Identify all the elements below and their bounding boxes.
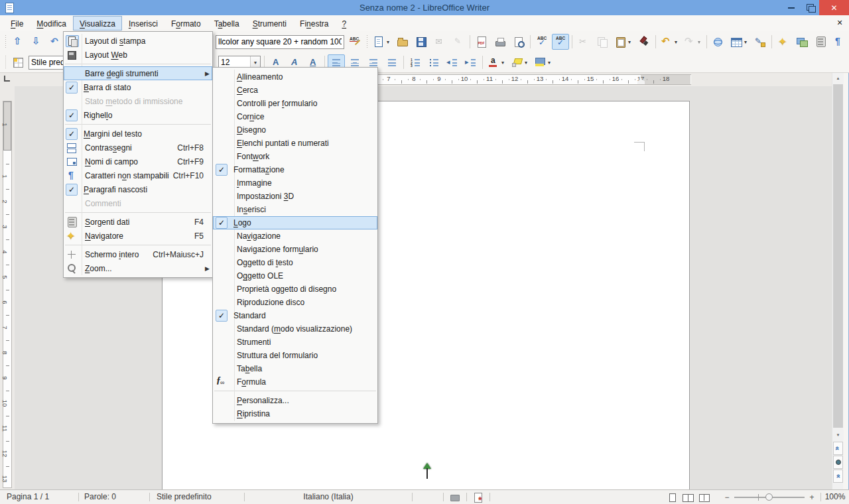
menu-item-navigazione[interactable]: Navigazione — [213, 229, 377, 243]
titlebar[interactable]: Senza nome 2 - LibreOffice Writer ✕ — [0, 0, 849, 15]
book-view-icon[interactable] — [698, 491, 710, 503]
gallery-button[interactable] — [793, 34, 811, 50]
clone-formatting-button[interactable] — [635, 34, 653, 50]
menu-item-caratteri-non-stampabili[interactable]: Caratteri non stampabiliCtrl+F10 — [64, 168, 212, 182]
menu-item-oggetto-di-testo[interactable]: Oggetto di testo — [213, 256, 377, 269]
menu-item-inserisci[interactable]: Inserisci — [213, 203, 377, 216]
menubar-item-modifica[interactable]: Modifica — [30, 16, 73, 31]
decrease-indent-button[interactable] — [444, 54, 461, 70]
font-size-combo-input[interactable] — [219, 57, 250, 68]
save-button[interactable] — [413, 34, 430, 50]
dropdown-arrow-icon[interactable]: ▾ — [696, 39, 702, 45]
menu-item-cornice[interactable]: Cornice — [213, 110, 377, 123]
highlighting-button[interactable]: ▾ — [509, 54, 531, 70]
tab-stop-selector-icon[interactable] — [4, 76, 10, 82]
close-button[interactable]: ✕ — [819, 0, 849, 15]
draw-functions-button[interactable] — [751, 34, 769, 50]
status-page-number[interactable]: Pagina 1 / 1 — [0, 490, 78, 504]
paragraph-background-button[interactable]: ▾ — [532, 54, 554, 70]
status-word-count[interactable]: Parole: 0 — [79, 490, 149, 504]
vertical-scrollbar[interactable]: ▲▼«» — [832, 73, 843, 489]
dropdown-arrow-icon[interactable]: ▾ — [743, 39, 748, 45]
menu-item-struttura-del-formulario[interactable]: Struttura del formulario — [213, 349, 377, 362]
menubar-item-help[interactable]: ? — [335, 16, 353, 31]
dropdown-arrow-icon[interactable]: ▾ — [500, 60, 505, 66]
spelling-button[interactable] — [533, 34, 551, 50]
menu-item-elenchi-puntati-e-numerati[interactable]: Elenchi puntati e numerati — [213, 137, 377, 150]
next-page-icon[interactable]: » — [833, 470, 843, 483]
paste-button[interactable]: ▾ — [612, 34, 634, 50]
justify-button[interactable] — [383, 54, 401, 70]
menu-item-contrassegni[interactable]: ContrassegniCtrl+F8 — [64, 141, 212, 155]
menu-item-barra-di-stato[interactable]: ✓Barra di stato — [64, 80, 212, 94]
restore-button[interactable] — [801, 0, 819, 15]
menu-item-schermo-intero[interactable]: Schermo interoCtrl+Maiusc+J — [64, 247, 212, 261]
navigator-button[interactable] — [775, 34, 792, 50]
menu-item-formula[interactable]: Formula — [213, 375, 377, 389]
menu-item-personalizza[interactable]: Personalizza... — [213, 394, 377, 407]
menu-item-allineamento[interactable]: Allineamento — [213, 70, 377, 84]
increase-indent-button[interactable] — [462, 54, 480, 70]
vertical-ruler[interactable]: 112345678910111213 — [0, 73, 15, 489]
undo-button[interactable]: ▾ — [659, 34, 681, 50]
menu-item-impostazioni-3d[interactable]: Impostazioni 3D — [213, 190, 377, 203]
data-sources-button[interactable] — [812, 34, 829, 50]
previous-page-icon[interactable]: « — [833, 442, 843, 455]
scroll-up-icon[interactable]: ▲ — [832, 73, 844, 84]
command-input-input[interactable] — [216, 36, 344, 48]
menu-item-tabella[interactable]: Tabella — [213, 362, 377, 375]
dropdown-arrow-icon[interactable]: ▾ — [385, 39, 391, 45]
zoom-in-button[interactable]: + — [807, 493, 816, 502]
menu-item-oggetto-ole[interactable]: Oggetto OLE — [213, 269, 377, 283]
open-button[interactable] — [394, 34, 411, 50]
menubar-item-inserisci[interactable]: Inserisci — [122, 16, 164, 31]
menubar-item-file[interactable]: File — [4, 16, 30, 31]
numbered-list-button[interactable] — [407, 54, 424, 70]
menu-item-disegno[interactable]: Disegno — [213, 123, 377, 137]
menu-item-immagine[interactable]: Immagine — [213, 176, 377, 190]
status-language[interactable]: Italiano (Italia) — [245, 490, 412, 504]
menu-item-propriet-oggetto-di-disegno[interactable]: Proprietà oggetto di disegno — [213, 283, 377, 296]
print-preview-button[interactable] — [510, 34, 527, 50]
command-input[interactable] — [216, 35, 344, 49]
zoom-level[interactable]: 100% — [821, 490, 849, 504]
status-page-style[interactable]: Stile predefinito — [150, 490, 244, 504]
menu-item-formattazione[interactable]: ✓Formattazione — [213, 163, 377, 176]
menu-item-layout-web[interactable]: Layout Web — [64, 48, 212, 62]
scrollbar-thumb[interactable] — [833, 84, 843, 428]
dropdown-arrow-icon[interactable]: ▾ — [523, 60, 529, 66]
font-color-button[interactable]: ▾ — [486, 54, 507, 70]
move-down-button[interactable] — [28, 34, 45, 50]
menu-item-barre-degli-strumenti[interactable]: Barre degli strumenti▶ — [64, 66, 212, 80]
export-pdf-button[interactable] — [473, 34, 490, 50]
document-modified-icon[interactable] — [472, 491, 484, 503]
menu-item-righello[interactable]: ✓Righello — [64, 108, 212, 122]
menu-item-sorgenti-dati[interactable]: Sorgenti datiF4 — [64, 215, 212, 229]
menubar-item-finestra[interactable]: Finestra — [293, 16, 335, 31]
menu-item-controlli-per-formulario[interactable]: Controlli per formulario — [213, 97, 377, 110]
autocorrect-button[interactable] — [346, 34, 363, 50]
autospellcheck-button[interactable] — [552, 34, 569, 50]
menu-item-nomi-di-campo[interactable]: Nomi di campoCtrl+F9 — [64, 155, 212, 168]
menu-item-zoom[interactable]: Zoom...▶ — [64, 261, 212, 275]
single-page-view-icon[interactable] — [666, 491, 678, 503]
menu-item-standard-modo-visualizzazione[interactable]: Standard (modo visualizzazione) — [213, 322, 377, 336]
menu-item-riproduzione-disco[interactable]: Riproduzione disco — [213, 296, 377, 309]
multi-page-view-icon[interactable] — [682, 491, 694, 503]
menu-item-ripristina[interactable]: Ripristina — [213, 407, 377, 420]
copy-button[interactable] — [594, 34, 611, 50]
cut-button[interactable] — [575, 34, 592, 50]
selection-mode-icon[interactable] — [449, 491, 461, 503]
zoom-slider-thumb[interactable] — [765, 493, 773, 501]
menu-item-navigazione-formulario[interactable]: Navigazione formulario — [213, 243, 377, 256]
menubar-item-visualizza[interactable]: Visualizza — [73, 16, 122, 31]
formatting-marks-button[interactable] — [830, 34, 848, 50]
menu-item-cerca[interactable]: Cerca — [213, 84, 377, 97]
new-document-button[interactable]: ▾ — [371, 34, 393, 50]
minimize-button[interactable] — [782, 0, 801, 15]
menu-item-layout-di-stampa[interactable]: Layout di stampa — [64, 34, 212, 48]
redo-button[interactable]: ▾ — [682, 34, 704, 50]
rotate-left-button[interactable] — [46, 34, 64, 50]
dropdown-arrow-icon[interactable]: ▾ — [547, 60, 552, 66]
email-button[interactable] — [431, 34, 448, 50]
